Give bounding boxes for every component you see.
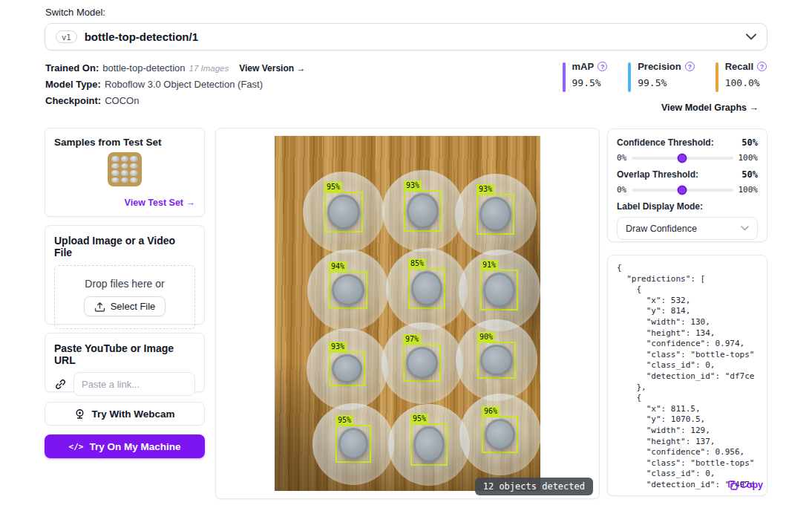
copy-icon	[728, 481, 738, 490]
overlap-threshold-value: 50%	[741, 169, 758, 180]
detection-box: 95%	[335, 425, 371, 463]
thumbnail-dot	[111, 156, 119, 162]
model-select-dropdown[interactable]: v1 bottle-top-detection/1	[45, 23, 767, 51]
thumbnail-dot	[111, 178, 119, 183]
upload-card: Upload Image or a Video File Drop files …	[45, 225, 205, 325]
metric-bar	[628, 62, 631, 92]
bottle-cap	[413, 426, 445, 463]
inference-image[interactable]: 95%93%93%94%85%91%93%97%90%95%95%96%	[275, 136, 540, 491]
slider-thumb[interactable]	[678, 153, 687, 163]
view-version-link[interactable]: View Version →	[239, 63, 305, 74]
confidence-slider[interactable]	[632, 157, 733, 160]
detection-box: 95%	[410, 423, 448, 466]
inference-viewer-card: 95%93%93%94%85%91%93%97%90%95%95%96% 12 …	[215, 128, 600, 499]
thumbnail-dot	[130, 178, 138, 183]
range-min-label: 0%	[617, 153, 626, 163]
try-with-webcam-button[interactable]: Try With Webcam	[45, 402, 205, 426]
confidence-label: 97%	[403, 334, 421, 344]
overlap-threshold-label: Overlap Threshold:	[617, 169, 698, 180]
paste-title: Paste YouTube or Image URL	[54, 342, 195, 366]
bottle-cap	[338, 428, 368, 460]
label-display-mode-value: Draw Confidence	[626, 224, 697, 234]
dropzone[interactable]: Drop files here or Select File	[54, 265, 195, 329]
confidence-label: 93%	[329, 342, 347, 351]
model-name: bottle-top-detection/1	[85, 30, 198, 43]
upload-icon	[94, 302, 105, 312]
metric-bar	[716, 62, 718, 92]
detection-box: 95%	[324, 192, 363, 232]
bottle-cap	[407, 193, 439, 229]
model-type-value: Roboflow 3.0 Object Detection (Fast)	[105, 79, 263, 90]
detection-box: 93%	[404, 190, 442, 232]
test-set-thumbnail[interactable]	[108, 152, 142, 186]
thumbnail-dot	[121, 163, 129, 169]
question-icon[interactable]: ?	[757, 62, 767, 71]
objects-detected-badge: 12 objects detected	[475, 478, 593, 495]
view-model-graphs-link[interactable]: View Model Graphs →	[661, 102, 759, 113]
confidence-label: 93%	[477, 184, 494, 194]
metric-value: 100.0%	[725, 77, 767, 88]
metric-label: Precision	[638, 61, 681, 72]
webcam-button-label: Try With Webcam	[91, 408, 174, 420]
thumbnail-dot	[111, 170, 119, 176]
select-file-button[interactable]: Select File	[84, 296, 166, 316]
confidence-label: 95%	[324, 182, 342, 192]
label-display-mode-select[interactable]: Draw Confidence	[617, 217, 758, 240]
detection-box: 90%	[477, 342, 516, 379]
bottle-cap	[479, 197, 511, 232]
range-max-label: 100%	[739, 153, 759, 163]
confidence-label: 96%	[482, 406, 500, 416]
trained-on-value: bottle-top-detection	[102, 62, 185, 74]
thumbnail-dot	[121, 178, 129, 183]
chevron-down-icon	[741, 226, 749, 231]
version-badge: v1	[56, 30, 77, 43]
confidence-label: 95%	[410, 414, 428, 423]
left-sidebar: Samples from Test Set View Test Set → Up…	[45, 128, 205, 458]
thumbnail-dot	[111, 163, 119, 169]
bottle-cap	[327, 195, 360, 229]
metric-label: Recall	[725, 61, 753, 72]
detection-box: 91%	[480, 270, 518, 310]
copy-label: Copy	[740, 480, 763, 490]
trained-on-label: Trained On:	[45, 62, 99, 74]
bottle-cap	[485, 419, 515, 450]
thumbnail-dot	[130, 163, 138, 169]
json-output-card: { "predictions": [ { "x": 532, "y": 814,…	[607, 255, 767, 496]
detection-box: 96%	[482, 416, 518, 453]
detection-box: 93%	[329, 351, 365, 386]
view-test-set-link[interactable]: View Test Set →	[125, 198, 195, 208]
switch-model-label: Switch Model:	[45, 7, 105, 18]
thumbnail-dot	[121, 170, 129, 176]
metric-recall: Recall ? 100.0%	[716, 61, 767, 92]
paste-link-input[interactable]	[73, 372, 195, 396]
confidence-label: 91%	[480, 260, 498, 270]
metric-value: 99.5%	[572, 77, 608, 88]
chevron-down-icon	[746, 33, 756, 40]
checkpoint-label: Checkpoint:	[45, 95, 101, 106]
detection-box: 93%	[477, 194, 514, 235]
overlap-slider[interactable]	[632, 189, 733, 192]
detection-box: 94%	[329, 271, 367, 309]
metrics-panel: mAP ? 99.5% Precision ? 99.5% Recall ? 1…	[563, 61, 767, 92]
metric-value: 99.5%	[638, 77, 695, 88]
try-on-my-machine-button[interactable]: </> Try On My Machine	[45, 434, 205, 458]
link-icon	[54, 378, 67, 391]
model-type-label: Model Type:	[45, 79, 101, 90]
confidence-label: 85%	[408, 258, 426, 268]
bottle-cap	[406, 347, 438, 379]
metric-bar	[563, 62, 566, 92]
question-icon[interactable]: ?	[597, 62, 607, 71]
images-count: 17 Images	[189, 64, 229, 73]
slider-thumb[interactable]	[678, 185, 687, 195]
metric-precision: Precision ? 99.5%	[628, 61, 695, 92]
samples-card: Samples from Test Set View Test Set →	[45, 128, 205, 217]
detection-box: 85%	[408, 268, 445, 309]
detection-box: 97%	[403, 344, 441, 382]
model-info: Trained On: bottle-top-detection 17 Imag…	[45, 62, 305, 111]
bottle-cap	[411, 271, 442, 306]
bottle-cap	[483, 273, 515, 307]
thumbnail-dot	[130, 170, 138, 176]
confidence-label: 95%	[335, 415, 353, 425]
copy-button[interactable]: Copy	[728, 480, 763, 490]
question-icon[interactable]: ?	[685, 62, 695, 71]
